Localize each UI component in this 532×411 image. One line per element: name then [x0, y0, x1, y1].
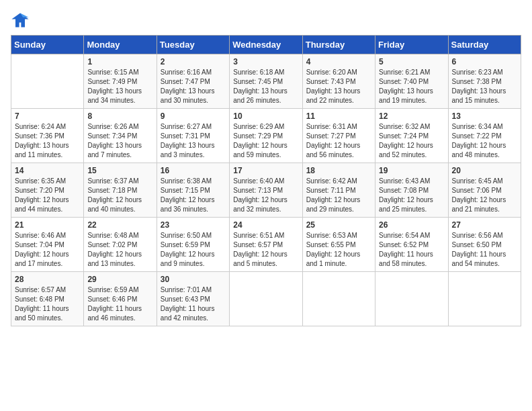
weekday-header-saturday: Saturday	[448, 36, 521, 54]
calendar-cell: 17Sunrise: 6:40 AM Sunset: 7:13 PM Dayli…	[230, 163, 302, 218]
day-number: 13	[452, 111, 517, 121]
calendar-cell: 7Sunrise: 6:24 AM Sunset: 7:36 PM Daylig…	[11, 109, 84, 163]
calendar-cell: 9Sunrise: 6:27 AM Sunset: 7:31 PM Daylig…	[157, 109, 229, 163]
day-number: 2	[161, 57, 226, 66]
calendar-cell: 29Sunrise: 6:59 AM Sunset: 6:46 PM Dayli…	[84, 272, 157, 326]
day-info: Sunrise: 6:34 AM Sunset: 7:22 PM Dayligh…	[452, 122, 517, 160]
day-number: 14	[15, 166, 80, 175]
day-info: Sunrise: 6:21 AM Sunset: 7:40 PM Dayligh…	[379, 68, 444, 105]
day-number: 19	[379, 166, 444, 175]
day-info: Sunrise: 6:31 AM Sunset: 7:27 PM Dayligh…	[306, 122, 371, 160]
day-number: 17	[233, 166, 298, 175]
day-info: Sunrise: 6:15 AM Sunset: 7:49 PM Dayligh…	[87, 68, 152, 105]
day-number: 8	[87, 111, 152, 121]
logo-bird-icon	[11, 11, 30, 30]
calendar-cell: 28Sunrise: 6:57 AM Sunset: 6:48 PM Dayli…	[11, 272, 84, 326]
calendar-cell: 5Sunrise: 6:21 AM Sunset: 7:40 PM Daylig…	[375, 54, 448, 109]
day-number: 5	[379, 57, 444, 66]
day-number: 11	[306, 111, 371, 121]
day-number: 26	[379, 220, 444, 230]
day-info: Sunrise: 6:23 AM Sunset: 7:38 PM Dayligh…	[452, 68, 517, 105]
calendar-cell: 3Sunrise: 6:18 AM Sunset: 7:45 PM Daylig…	[230, 54, 302, 109]
calendar-cell: 4Sunrise: 6:20 AM Sunset: 7:43 PM Daylig…	[302, 54, 375, 109]
calendar-cell: 1Sunrise: 6:15 AM Sunset: 7:49 PM Daylig…	[84, 54, 157, 109]
day-number: 22	[87, 220, 152, 230]
day-info: Sunrise: 6:37 AM Sunset: 7:18 PM Dayligh…	[87, 177, 152, 214]
calendar-cell	[302, 272, 375, 326]
calendar-cell: 30Sunrise: 7:01 AM Sunset: 6:43 PM Dayli…	[157, 272, 229, 326]
day-number: 30	[161, 275, 226, 284]
day-info: Sunrise: 7:01 AM Sunset: 6:43 PM Dayligh…	[161, 285, 226, 323]
weekday-header-sunday: Sunday	[11, 36, 84, 54]
day-number: 24	[233, 220, 298, 230]
weekday-header-tuesday: Tuesday	[157, 36, 229, 54]
calendar-cell: 21Sunrise: 6:46 AM Sunset: 7:04 PM Dayli…	[11, 218, 84, 272]
calendar-cell: 12Sunrise: 6:32 AM Sunset: 7:24 PM Dayli…	[375, 109, 448, 163]
day-info: Sunrise: 6:46 AM Sunset: 7:04 PM Dayligh…	[15, 231, 80, 269]
day-info: Sunrise: 6:16 AM Sunset: 7:47 PM Dayligh…	[161, 68, 226, 105]
day-number: 18	[306, 166, 371, 175]
day-info: Sunrise: 6:50 AM Sunset: 6:59 PM Dayligh…	[161, 231, 226, 269]
calendar-cell: 27Sunrise: 6:56 AM Sunset: 6:50 PM Dayli…	[448, 218, 521, 272]
calendar-cell: 19Sunrise: 6:43 AM Sunset: 7:08 PM Dayli…	[375, 163, 448, 218]
calendar-cell: 8Sunrise: 6:26 AM Sunset: 7:34 PM Daylig…	[84, 109, 157, 163]
day-number: 15	[87, 166, 152, 175]
day-info: Sunrise: 6:56 AM Sunset: 6:50 PM Dayligh…	[452, 231, 517, 269]
day-info: Sunrise: 6:32 AM Sunset: 7:24 PM Dayligh…	[379, 122, 444, 160]
calendar-cell: 15Sunrise: 6:37 AM Sunset: 7:18 PM Dayli…	[84, 163, 157, 218]
day-number: 12	[379, 111, 444, 121]
calendar-cell: 16Sunrise: 6:38 AM Sunset: 7:15 PM Dayli…	[157, 163, 229, 218]
weekday-header-row: SundayMondayTuesdayWednesdayThursdayFrid…	[11, 36, 521, 54]
logo	[11, 11, 32, 30]
day-info: Sunrise: 6:51 AM Sunset: 6:57 PM Dayligh…	[233, 231, 298, 269]
day-info: Sunrise: 6:54 AM Sunset: 6:52 PM Dayligh…	[379, 231, 444, 269]
svg-marker-0	[11, 13, 28, 28]
calendar-cell	[375, 272, 448, 326]
calendar-table: SundayMondayTuesdayWednesdayThursdayFrid…	[11, 35, 521, 326]
day-number: 25	[306, 220, 371, 230]
day-number: 16	[161, 166, 226, 175]
day-info: Sunrise: 6:27 AM Sunset: 7:31 PM Dayligh…	[161, 122, 226, 160]
calendar-cell	[11, 54, 84, 109]
calendar-cell: 2Sunrise: 6:16 AM Sunset: 7:47 PM Daylig…	[157, 54, 229, 109]
calendar-cell: 20Sunrise: 6:45 AM Sunset: 7:06 PM Dayli…	[448, 163, 521, 218]
day-info: Sunrise: 6:38 AM Sunset: 7:15 PM Dayligh…	[161, 177, 226, 214]
day-info: Sunrise: 6:42 AM Sunset: 7:11 PM Dayligh…	[306, 177, 371, 214]
day-info: Sunrise: 6:35 AM Sunset: 7:20 PM Dayligh…	[15, 177, 80, 214]
day-info: Sunrise: 6:45 AM Sunset: 7:06 PM Dayligh…	[452, 177, 517, 214]
day-number: 1	[87, 57, 152, 66]
calendar-cell: 14Sunrise: 6:35 AM Sunset: 7:20 PM Dayli…	[11, 163, 84, 218]
weekday-header-wednesday: Wednesday	[230, 36, 302, 54]
weekday-header-monday: Monday	[84, 36, 157, 54]
week-row-2: 7Sunrise: 6:24 AM Sunset: 7:36 PM Daylig…	[11, 109, 521, 163]
day-number: 27	[452, 220, 517, 230]
day-info: Sunrise: 6:43 AM Sunset: 7:08 PM Dayligh…	[379, 177, 444, 214]
calendar-cell: 18Sunrise: 6:42 AM Sunset: 7:11 PM Dayli…	[302, 163, 375, 218]
day-info: Sunrise: 6:48 AM Sunset: 7:02 PM Dayligh…	[87, 231, 152, 269]
week-row-3: 14Sunrise: 6:35 AM Sunset: 7:20 PM Dayli…	[11, 163, 521, 218]
day-number: 7	[15, 111, 80, 121]
day-number: 21	[15, 220, 80, 230]
weekday-header-friday: Friday	[375, 36, 448, 54]
day-number: 23	[161, 220, 226, 230]
day-info: Sunrise: 6:29 AM Sunset: 7:29 PM Dayligh…	[233, 122, 298, 160]
calendar-cell: 26Sunrise: 6:54 AM Sunset: 6:52 PM Dayli…	[375, 218, 448, 272]
calendar-cell: 22Sunrise: 6:48 AM Sunset: 7:02 PM Dayli…	[84, 218, 157, 272]
page-header	[11, 11, 521, 30]
calendar-cell: 25Sunrise: 6:53 AM Sunset: 6:55 PM Dayli…	[302, 218, 375, 272]
day-info: Sunrise: 6:24 AM Sunset: 7:36 PM Dayligh…	[15, 122, 80, 160]
day-number: 3	[233, 57, 298, 66]
calendar-cell: 23Sunrise: 6:50 AM Sunset: 6:59 PM Dayli…	[157, 218, 229, 272]
calendar-cell: 24Sunrise: 6:51 AM Sunset: 6:57 PM Dayli…	[230, 218, 302, 272]
week-row-1: 1Sunrise: 6:15 AM Sunset: 7:49 PM Daylig…	[11, 54, 521, 109]
day-number: 20	[452, 166, 517, 175]
day-number: 6	[452, 57, 517, 66]
week-row-4: 21Sunrise: 6:46 AM Sunset: 7:04 PM Dayli…	[11, 218, 521, 272]
weekday-header-thursday: Thursday	[302, 36, 375, 54]
day-number: 4	[306, 57, 371, 66]
day-info: Sunrise: 6:40 AM Sunset: 7:13 PM Dayligh…	[233, 177, 298, 214]
week-row-5: 28Sunrise: 6:57 AM Sunset: 6:48 PM Dayli…	[11, 272, 521, 326]
day-info: Sunrise: 6:26 AM Sunset: 7:34 PM Dayligh…	[87, 122, 152, 160]
calendar-cell: 6Sunrise: 6:23 AM Sunset: 7:38 PM Daylig…	[448, 54, 521, 109]
day-number: 28	[15, 275, 80, 284]
